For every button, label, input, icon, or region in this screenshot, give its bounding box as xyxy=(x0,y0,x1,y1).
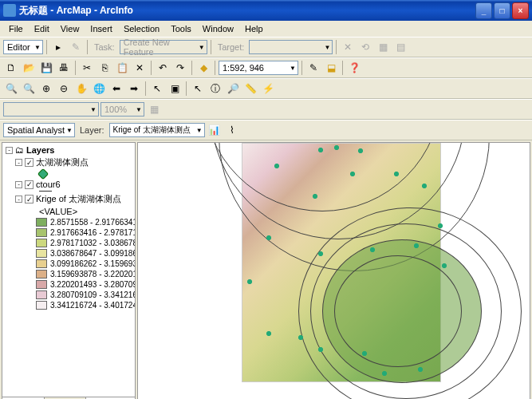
collapse-icon[interactable]: - xyxy=(15,196,22,203)
back-extent-icon[interactable]: ⬅ xyxy=(108,81,124,97)
maximize-button[interactable]: □ xyxy=(494,2,510,19)
legend-row[interactable]: 3.220201493 - 3.280709108 xyxy=(4,279,133,290)
fixed-zoom-out-icon[interactable]: ⊖ xyxy=(56,81,72,97)
svg-rect-16 xyxy=(318,347,323,352)
legend-swatch xyxy=(36,280,47,289)
legend-label: 2.978171032 - 3.038678646 xyxy=(50,239,135,247)
forward-extent-icon[interactable]: ➡ xyxy=(126,81,142,97)
map-canvas[interactable] xyxy=(242,143,441,382)
histogram-icon[interactable]: 📊 xyxy=(207,122,223,138)
collapse-icon[interactable]: - xyxy=(6,147,13,154)
menu-edit[interactable]: Edit xyxy=(29,22,55,35)
swipe-icon[interactable]: ▦ xyxy=(146,101,162,117)
select-elements-icon[interactable]: ↖ xyxy=(190,81,206,97)
svg-rect-10 xyxy=(370,247,375,252)
find-icon[interactable]: 🔎 xyxy=(225,81,241,97)
checkbox-icon[interactable]: ✓ xyxy=(25,158,33,167)
legend-row[interactable]: 3.038678647 - 3.099186261 xyxy=(4,248,133,259)
legend-label: 3.159693878 - 3.220201492 xyxy=(50,270,135,279)
pan-icon[interactable]: ✋ xyxy=(73,81,89,97)
editor-dropdown[interactable]: Editor▼ xyxy=(3,40,43,54)
cut-icon[interactable]: ✂ xyxy=(79,60,95,76)
toc-layer-krige[interactable]: - ✓ Krige of 太湖湖体测点 xyxy=(4,192,133,206)
checkbox-icon[interactable]: ✓ xyxy=(25,195,33,203)
legend-row[interactable]: 2.978171032 - 3.038678646 xyxy=(4,238,133,248)
full-extent-icon[interactable]: 🌐 xyxy=(91,81,107,97)
legend-row[interactable]: 3.159693878 - 3.220201492 xyxy=(4,269,133,279)
svg-rect-12 xyxy=(266,235,271,240)
rotate-icon[interactable]: ⟲ xyxy=(357,39,373,55)
close-button[interactable]: × xyxy=(512,2,529,19)
open-icon[interactable]: 📂 xyxy=(21,60,37,76)
window-title: 无标题 - ArcMap - ArcInfo xyxy=(19,4,474,18)
window-titlebar: 无标题 - ArcMap - ArcInfo _ □ × xyxy=(0,0,532,21)
contour-icon[interactable]: ⌇ xyxy=(224,122,240,138)
menu-bar: File Edit View Insert Selection Tools Wi… xyxy=(0,21,532,37)
legend-row[interactable]: 3.341216724 - 3.401724339 xyxy=(4,300,133,310)
help-icon[interactable]: ❓ xyxy=(346,60,362,76)
legend-row[interactable]: 3.099186262 - 3.159693877 xyxy=(4,259,133,269)
toc-root[interactable]: - 🗂 Layers xyxy=(4,144,133,156)
minimize-button[interactable]: _ xyxy=(475,2,492,19)
checkbox-icon[interactable]: ✓ xyxy=(25,180,33,189)
identify-icon[interactable]: ⓘ xyxy=(207,81,223,97)
layer-label: Layer: xyxy=(77,125,108,135)
svg-rect-13 xyxy=(247,279,252,284)
app-icon xyxy=(3,4,16,17)
editor-toolbar-icon[interactable]: ✎ xyxy=(305,60,321,76)
transparency-dropdown[interactable]: 100%▼ xyxy=(100,102,144,117)
toc-layer-contour[interactable]: - ✓ ctour6 xyxy=(4,179,133,190)
legend-swatch xyxy=(36,239,47,247)
scale-dropdown[interactable]: 1:592, 946▼ xyxy=(219,61,298,75)
edit-tool-icon[interactable]: ▸ xyxy=(50,39,66,55)
svg-rect-14 xyxy=(266,331,271,336)
new-icon[interactable]: 🗋 xyxy=(3,60,19,76)
attributes-icon[interactable]: ▦ xyxy=(375,39,391,55)
undo-icon[interactable]: ↶ xyxy=(155,60,171,76)
legend-swatch xyxy=(36,259,47,268)
collapse-icon[interactable]: - xyxy=(15,181,22,188)
target-dropdown[interactable]: ▼ xyxy=(249,40,333,54)
menu-selection[interactable]: Selection xyxy=(118,22,165,35)
menu-view[interactable]: View xyxy=(55,22,85,35)
save-icon[interactable]: 💾 xyxy=(38,60,54,76)
spatial-analyst-toolbar: Spatial Analyst▼ Layer: Krige of 太湖湖体测点▼… xyxy=(0,120,532,140)
zoom-in-icon[interactable]: 🔍 xyxy=(3,81,19,97)
delete-icon[interactable]: ✕ xyxy=(132,60,148,76)
cut-features-icon[interactable]: ✕ xyxy=(340,39,356,55)
add-data-icon[interactable]: ◆ xyxy=(195,60,211,76)
sketch-tool-icon[interactable]: ✎ xyxy=(68,39,84,55)
legend-row[interactable]: 3.280709109 - 3.341216723 xyxy=(4,290,133,300)
copy-icon[interactable]: ⎘ xyxy=(97,60,112,76)
menu-help[interactable]: Help xyxy=(239,22,269,35)
legend-label: 3.280709109 - 3.341216723 xyxy=(50,290,135,299)
analyst-layer-dropdown[interactable]: Krige of 太湖湖体测点▼ xyxy=(109,123,205,137)
map-view[interactable]: ▫ ▫ ⟲ ◀ ▶ xyxy=(137,142,530,399)
table-of-contents: - 🗂 Layers - ✓ 太湖湖体测点 - ✓ ctour6 - ✓ Kri… xyxy=(2,142,136,399)
menu-tools[interactable]: Tools xyxy=(165,22,197,35)
paste-icon[interactable]: 📋 xyxy=(114,60,130,76)
task-dropdown[interactable]: Create New Feature▼ xyxy=(120,40,207,54)
svg-rect-0 xyxy=(274,164,279,168)
effects-layer-dropdown[interactable]: ▼ xyxy=(3,102,99,117)
legend-swatch xyxy=(36,290,47,299)
spatial-analyst-dropdown[interactable]: Spatial Analyst▼ xyxy=(3,123,75,137)
print-icon[interactable]: 🖶 xyxy=(56,60,72,76)
measure-icon[interactable]: 📏 xyxy=(242,81,258,97)
menu-file[interactable]: File xyxy=(3,22,29,35)
hyperlink-icon[interactable]: ⚡ xyxy=(260,81,276,97)
menu-insert[interactable]: Insert xyxy=(85,22,118,35)
sketch-props-icon[interactable]: ▤ xyxy=(392,39,408,55)
select-features-icon[interactable]: ↖ xyxy=(149,81,165,97)
fixed-zoom-in-icon[interactable]: ⊕ xyxy=(38,81,54,97)
menu-window[interactable]: Window xyxy=(197,22,239,35)
clear-selection-icon[interactable]: ▣ xyxy=(167,81,183,97)
point-symbol-icon xyxy=(37,168,49,180)
redo-icon[interactable]: ↷ xyxy=(172,60,188,76)
arccatalog-icon[interactable]: ⬓ xyxy=(323,60,339,76)
legend-row[interactable]: 2.917663416 - 2.978171031 xyxy=(4,227,133,238)
legend-row[interactable]: 2.8571558 - 2.917663415 xyxy=(4,217,133,227)
collapse-icon[interactable]: - xyxy=(15,159,22,166)
zoom-out-icon[interactable]: 🔍 xyxy=(21,81,37,97)
toc-layer-points[interactable]: - ✓ 太湖湖体测点 xyxy=(4,156,133,169)
